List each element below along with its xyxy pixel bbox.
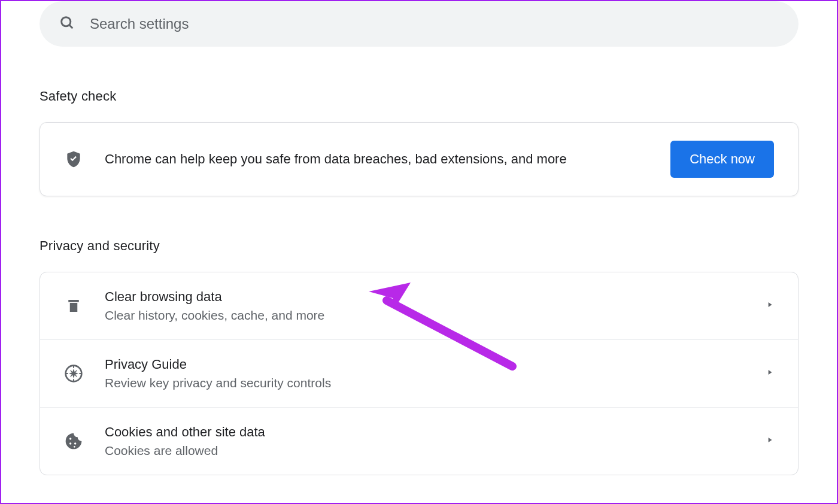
privacy-guide-row[interactable]: Privacy Guide Review key privacy and sec… (40, 340, 798, 408)
safety-check-card: Chrome can help keep you safe from data … (40, 122, 798, 196)
privacy-settings-list: Clear browsing data Clear history, cooki… (40, 272, 798, 475)
row-subtitle: Review key privacy and security controls (105, 376, 766, 390)
chevron-right-icon (766, 436, 774, 447)
svg-point-8 (69, 442, 71, 444)
chevron-right-icon (766, 300, 774, 311)
row-title: Privacy Guide (105, 357, 766, 372)
search-input[interactable] (90, 16, 779, 32)
cookie-icon (64, 432, 83, 451)
clear-browsing-data-row[interactable]: Clear browsing data Clear history, cooki… (40, 272, 798, 340)
search-icon (59, 14, 75, 34)
svg-rect-2 (68, 300, 79, 302)
trash-icon (64, 296, 83, 315)
safety-check-description: Chrome can help keep you safe from data … (105, 151, 670, 167)
svg-rect-3 (70, 303, 78, 312)
check-now-button[interactable]: Check now (670, 141, 774, 178)
row-subtitle: Clear history, cookies, cache, and more (105, 308, 766, 323)
search-bar[interactable] (40, 1, 798, 47)
svg-line-1 (69, 25, 73, 29)
chevron-right-icon (766, 368, 774, 379)
shield-icon (64, 150, 83, 169)
row-title: Clear browsing data (105, 289, 766, 305)
cookies-row[interactable]: Cookies and other site data Cookies are … (40, 408, 798, 475)
svg-point-9 (74, 442, 76, 444)
row-subtitle: Cookies are allowed (105, 444, 766, 458)
row-title: Cookies and other site data (105, 424, 766, 440)
svg-point-7 (69, 438, 71, 439)
svg-point-10 (74, 446, 75, 448)
safety-check-heading: Safety check (40, 89, 798, 104)
svg-marker-6 (69, 372, 78, 375)
compass-icon (64, 364, 83, 383)
privacy-security-heading: Privacy and security (40, 238, 798, 254)
svg-point-0 (62, 17, 71, 26)
